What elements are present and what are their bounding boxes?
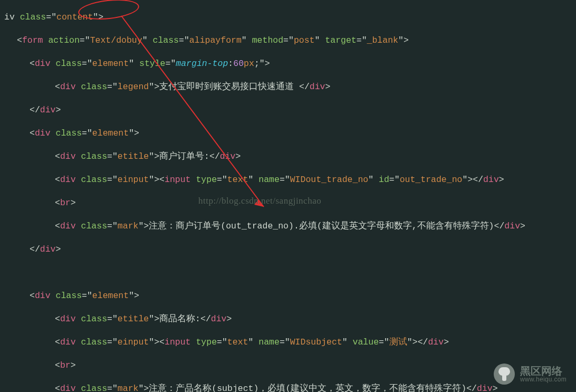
- code-line: <div class="mark">注意：商户订单号(out_trade_no)…: [0, 221, 576, 232]
- code-line: <div class="einput"><input type="text" n…: [0, 174, 576, 186]
- code-line: <div class="einput"><input type="text" n…: [0, 337, 576, 348]
- code-line: <div class="etitle">商品名称:</div>: [0, 313, 576, 325]
- code-line: [0, 267, 576, 279]
- code-line: <div class="legend">支付宝即时到账交易接口快速通道 </di…: [0, 81, 576, 93]
- code-line: <div class="mark">注意：产品名称(subject)，必填(建议…: [0, 383, 576, 392]
- code-line: <div class="element">: [0, 128, 576, 139]
- code-line: </div>: [0, 244, 576, 255]
- code-line: <form action="Text/dobuy" class="alipayf…: [0, 35, 576, 46]
- code-line: </div>: [0, 104, 576, 116]
- code-line: <div class="element" style="margin-top:6…: [0, 58, 576, 70]
- code-line: iv class="content">: [0, 12, 576, 23]
- code-line: <br>: [0, 360, 576, 371]
- code-line: <div class="element">: [0, 290, 576, 302]
- code-line: <br>: [0, 197, 576, 209]
- code-view[interactable]: iv class="content"> <form action="Text/d…: [0, 0, 576, 392]
- code-line: <div class="etitle">商户订单号:</div>: [0, 151, 576, 162]
